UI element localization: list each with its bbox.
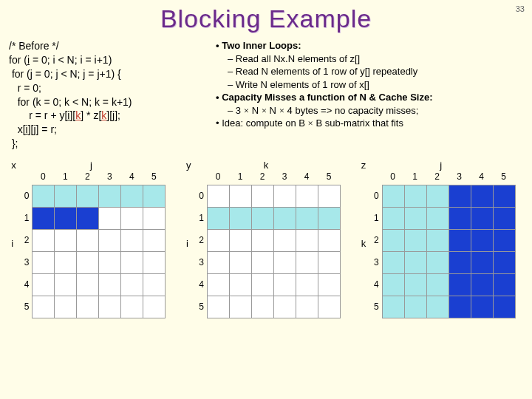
grid-cell [99,230,121,252]
grid-cell [121,252,143,274]
grid-cell [121,296,143,318]
grid-cell [404,185,426,208]
bullet-1a: Read all Nx.N elements of z[] [216,52,528,66]
grid-row-headers: 012345 [20,185,29,318]
grid-cell [207,252,229,274]
grid-col-header: 5 [493,171,515,182]
grid-cell [99,252,121,274]
grid-cell [33,208,55,230]
grid-row-header: 3 [20,251,29,273]
grid-cell [273,230,296,252]
grid-cell [471,185,493,208]
grid-x: xji012345012345 [10,158,172,328]
grid-left-axis: i [11,238,13,249]
grid-cell [77,230,99,252]
grid-cell [77,208,99,230]
grid-col-header: 1 [229,171,251,182]
grid-row-header: 0 [370,185,379,207]
grid-cell [426,296,449,318]
bullet-block: Two Inner Loops: Read all Nx.N elements … [216,39,528,151]
grid-col-header: 2 [76,171,98,182]
grid-cell [143,274,166,296]
grid-col-header: 4 [120,171,143,182]
grid-col-header: 5 [143,171,165,182]
code-l4: r = 0; [9,82,41,94]
grid-cell [77,252,99,274]
bullet-3: Idea: compute on B × B sub-matrix that f… [225,117,528,130]
grid-cell [273,274,296,296]
grid-cell [251,274,273,296]
grid-row-header: 2 [195,229,204,251]
grid-cell [229,230,251,252]
grid-cell [404,230,426,252]
times-icon: × [279,105,284,116]
content-row: /* Before */ for (i = 0; i < N; i = i+1)… [0,33,532,154]
grid-cell [229,208,251,230]
grid-row-header: 0 [195,185,204,207]
grid-cell [143,296,166,318]
grid-z: zjk012345012345 [360,158,522,328]
grid-cell [471,296,493,318]
grid-cell [99,185,121,208]
grid-cell [55,274,77,296]
grid-corner-label: y [186,160,191,171]
grid-cell [273,296,296,318]
grid-cell [251,230,273,252]
grid-corner-label: x [11,160,16,171]
grid-cell [493,208,515,230]
grid-cell [296,274,318,296]
grid-cell [251,296,273,318]
grid-cell [33,252,55,274]
grid-cell [318,208,340,230]
grid-cell [493,274,515,296]
grid-table [207,185,341,318]
grid-cell [33,274,55,296]
grid-cell [318,252,340,274]
grid-table [32,185,166,318]
grid-cell [77,296,99,318]
grid-cell [382,208,404,230]
slide-title: Blocking Example [0,0,532,33]
times-icon: × [308,117,313,129]
bullet-2a: 3 × N × N × 4 bytes => no capacity misse… [216,104,528,117]
grid-cell [296,208,318,230]
grid-col-header: 4 [296,171,318,182]
grid-cell [143,208,166,230]
bullet-2a-post: 4 bytes => no capacity misses; [284,105,418,116]
grid-row-header: 4 [370,273,379,296]
bullet-2a-mid2: N [267,105,279,116]
grid-cell [207,208,229,230]
grid-col-header: 1 [54,171,76,182]
grid-cell [493,230,515,252]
code-block: /* Before */ for (i = 0; i < N; i = i+1)… [9,39,216,151]
grid-cell [296,230,318,252]
grid-cell [318,274,340,296]
bullet-2a-mid1: N [249,105,262,116]
grid-cell [121,185,143,208]
grid-cell [143,252,166,274]
grid-row-header: 1 [20,207,29,229]
grid-cell [426,230,449,252]
bullet-2: Capacity Misses a function of N & Cache … [225,91,528,104]
grid-cell [382,296,404,318]
grid-cell [273,185,296,208]
grid-row-header: 0 [20,185,29,207]
bullet-3-pre: Idea: compute on B [222,117,307,129]
grid-cell [207,296,229,318]
code-l6e: ] * z[ [81,109,101,121]
grid-col-header: 3 [273,171,296,182]
grid-cell [471,252,493,274]
grid-col-header: 0 [382,171,404,182]
grid-y: yki012345012345 [185,158,347,328]
grid-col-headers: 012345 [207,171,340,182]
grid-row: xji012345012345 yki012345012345 zjk01234… [0,154,532,328]
grid-row-header: 4 [195,273,204,296]
grid-cell [251,208,273,230]
grid-cell [143,230,166,252]
grid-cell [318,296,340,318]
grid-cell [382,274,404,296]
grid-col-header: 0 [207,171,229,182]
grid-cell [471,208,493,230]
grid-cell [99,274,121,296]
grid-col-header: 2 [251,171,273,182]
